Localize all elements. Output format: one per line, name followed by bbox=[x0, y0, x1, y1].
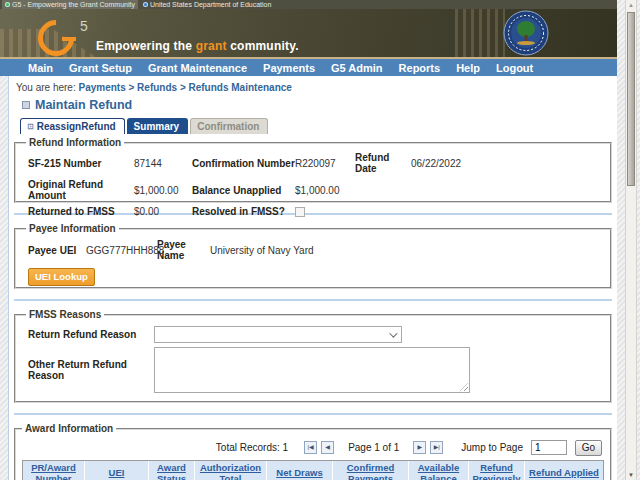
award-information-section: Award Information Total Records: 1 |◀ ◀ … bbox=[14, 423, 612, 480]
nav-item-grant-maintenance[interactable]: Grant Maintenance bbox=[148, 62, 247, 74]
g5-logo-bar bbox=[62, 37, 76, 41]
nav-item-help[interactable]: Help bbox=[456, 62, 480, 74]
tagline-pre: Empowering the bbox=[96, 39, 196, 53]
section-divider bbox=[14, 299, 612, 301]
content-area: You are here: Payments > Refunds > Refun… bbox=[8, 76, 617, 480]
nav-item-payments[interactable]: Payments bbox=[263, 62, 315, 74]
scrollbar-thumb[interactable] bbox=[627, 12, 635, 186]
jump-to-page-label: Jump to Page bbox=[461, 442, 523, 453]
page-indicator-text: Page 1 of 1 bbox=[348, 442, 399, 453]
col-header-available-balance[interactable]: Available Balance bbox=[409, 461, 469, 480]
col-header-refund-previously[interactable]: Refund Previously bbox=[469, 461, 525, 480]
last-page-icon[interactable]: ▶| bbox=[430, 441, 443, 454]
refund-date-label: Refund Date bbox=[355, 152, 411, 174]
tab-reassign-refund[interactable]: ⊡ ReassignRefund bbox=[20, 118, 125, 134]
tab-summary[interactable]: Summary bbox=[127, 118, 189, 134]
return-refund-reason-label: Return Refund Reason bbox=[28, 329, 154, 340]
original-refund-amount-label: Original Refund Amount bbox=[28, 179, 134, 201]
go-button[interactable]: Go bbox=[575, 440, 602, 456]
original-refund-amount-value: $1,000.00 bbox=[134, 185, 192, 196]
payee-uei-value: GGG777HHH888 bbox=[86, 245, 157, 256]
nav-item-g5-admin[interactable]: G5 Admin bbox=[331, 62, 383, 74]
refund-information-section: Refund Information SF-215 Number 87144 C… bbox=[14, 137, 612, 203]
tab-confirmation-label: Confirmation bbox=[197, 121, 259, 132]
tab-summary-label: Summary bbox=[134, 121, 180, 132]
fmss-reasons-section: FMSS Reasons Return Refund Reason Other … bbox=[14, 309, 612, 403]
page-title-text: Maintain Refund bbox=[35, 98, 132, 112]
col-header-award-status[interactable]: Award Status bbox=[149, 461, 195, 480]
nav-item-logout[interactable]: Logout bbox=[496, 62, 533, 74]
tab-confirmation[interactable]: Confirmation bbox=[190, 118, 268, 134]
col-header-net-draws[interactable]: Net Draws bbox=[267, 461, 333, 480]
resolved-in-fmss-label: Resolved in FMSS? bbox=[192, 206, 295, 217]
return-refund-reason-row: Return Refund Reason bbox=[24, 326, 604, 343]
page-title: Maintain Refund bbox=[22, 98, 617, 112]
nav-item-reports[interactable]: Reports bbox=[399, 62, 441, 74]
banner-tagline: Empowering the grant community. bbox=[96, 39, 299, 53]
payee-name-label: Payee Name bbox=[157, 239, 210, 261]
confirmation-number-value: R220097 bbox=[295, 158, 355, 169]
department-of-education-seal-icon bbox=[503, 10, 549, 56]
ed-favicon-icon bbox=[143, 2, 148, 7]
top-chrome: G5 - Empowering the Grant Community Unit… bbox=[0, 0, 617, 76]
fmss-reasons-legend: FMSS Reasons bbox=[26, 309, 104, 320]
resolved-in-fmss-checkbox[interactable] bbox=[295, 207, 305, 217]
pagination-bar: Total Records: 1 |◀ ◀ Page 1 of 1 ▶ ▶| J… bbox=[20, 438, 604, 457]
titlebar-tab-g5-label: G5 - Empowering the Grant Community bbox=[12, 0, 135, 9]
next-page-icon[interactable]: ▶ bbox=[413, 441, 426, 454]
nav-item-grant-setup[interactable]: Grant Setup bbox=[69, 62, 132, 74]
confirmation-number-label: Confirmation Number bbox=[192, 158, 295, 169]
col-header-refund-applied[interactable]: Refund Applied bbox=[525, 461, 603, 480]
col-header-pr-award-number[interactable]: PR/Award Number bbox=[23, 461, 85, 480]
returned-to-fmss-label: Returned to FMSS bbox=[28, 206, 134, 217]
payee-uei-label: Payee UEI bbox=[28, 245, 86, 256]
award-table: PR/Award Number UEI Award Status Authori… bbox=[22, 460, 604, 480]
jump-to-page-input[interactable] bbox=[531, 440, 567, 455]
g5-banner: 5 Empowering the grant community. bbox=[0, 9, 617, 57]
tagline-highlight: grant bbox=[196, 39, 227, 53]
resize-handle-icon[interactable] bbox=[460, 383, 468, 391]
previous-page-icon[interactable]: ◀ bbox=[321, 441, 334, 454]
return-refund-reason-select[interactable] bbox=[154, 326, 402, 343]
tab-bar: ⊡ ReassignRefund Summary Confirmation bbox=[20, 116, 617, 134]
col-header-uei[interactable]: UEI bbox=[85, 461, 149, 480]
sf215-number-value: 87144 bbox=[134, 158, 192, 169]
tagline-post: community. bbox=[227, 39, 299, 53]
breadcrumb: You are here: Payments > Refunds > Refun… bbox=[16, 82, 617, 93]
other-return-refund-reason-label: Other Return Refund Reason bbox=[28, 359, 154, 381]
titlebar-tab-g5[interactable]: G5 - Empowering the Grant Community bbox=[2, 0, 138, 9]
vertical-scrollbar[interactable]: ▲ ▼ bbox=[625, 0, 637, 480]
balance-unapplied-label: Balance Unapplied bbox=[192, 185, 295, 196]
breadcrumb-links[interactable]: Payments > Refunds > Refunds Maintenance bbox=[78, 82, 291, 93]
nav-item-main[interactable]: Main bbox=[28, 62, 53, 74]
section-divider bbox=[14, 413, 612, 415]
other-return-refund-reason-textarea[interactable] bbox=[154, 347, 470, 393]
g5-logo-number: 5 bbox=[80, 18, 88, 34]
other-return-refund-reason-row: Other Return Refund Reason bbox=[24, 347, 604, 393]
award-table-header-row: PR/Award Number UEI Award Status Authori… bbox=[23, 461, 603, 480]
scroll-up-icon[interactable]: ▲ bbox=[626, 2, 636, 8]
award-information-legend: Award Information bbox=[22, 423, 116, 434]
refund-information-grid: SF-215 Number 87144 Confirmation Number … bbox=[24, 150, 604, 217]
tab-arrow-icon: ⊡ bbox=[27, 123, 34, 131]
main-navigation: Main Grant Setup Grant Maintenance Payme… bbox=[0, 57, 617, 76]
uei-lookup-button[interactable]: UEI Lookup bbox=[28, 268, 95, 286]
titlebar-tab-ed-label: United States Department of Education bbox=[150, 0, 271, 9]
titlebar-tab-ed[interactable]: United States Department of Education bbox=[143, 0, 271, 9]
col-header-confirmed-payments[interactable]: Confirmed Payments bbox=[333, 461, 409, 480]
tab-reassign-refund-label: ReassignRefund bbox=[37, 121, 116, 132]
payee-information-section: Payee Information Payee UEI GGG777HHH888… bbox=[14, 223, 612, 289]
breadcrumb-prefix: You are here: bbox=[16, 82, 78, 93]
scroll-down-icon[interactable]: ▼ bbox=[626, 472, 636, 478]
returned-to-fmss-value: $0.00 bbox=[134, 206, 192, 217]
window-titlebar: G5 - Empowering the Grant Community Unit… bbox=[0, 0, 617, 9]
banner-photo-right bbox=[455, 9, 505, 57]
refund-date-value: 06/22/2022 bbox=[411, 158, 604, 169]
first-page-icon[interactable]: |◀ bbox=[304, 441, 317, 454]
page-title-bullet-icon bbox=[22, 101, 30, 109]
sf215-number-label: SF-215 Number bbox=[28, 158, 134, 169]
payee-information-legend: Payee Information bbox=[26, 223, 119, 234]
total-records-text: Total Records: 1 bbox=[216, 442, 288, 453]
col-header-authorization-total[interactable]: Authorization Total bbox=[195, 461, 267, 480]
payee-name-value: University of Navy Yard bbox=[210, 245, 314, 256]
